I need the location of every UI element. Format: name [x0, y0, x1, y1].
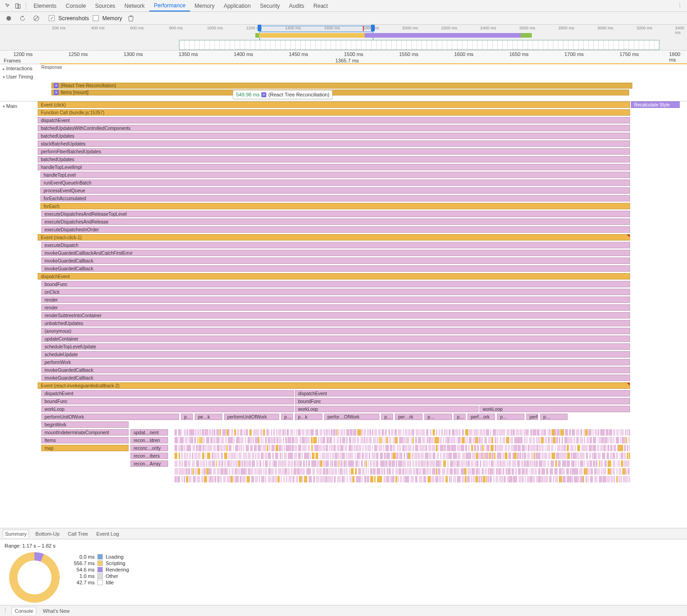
overview-timeline[interactable]: 200 ms 400 ms 600 ms 800 ms 1000 ms 1200…	[0, 25, 687, 50]
time-ruler[interactable]: 1200 ms 1250 ms 1300 ms 1350 ms 1400 ms …	[0, 50, 687, 64]
flame-call[interactable]: per…rk	[395, 414, 422, 420]
drawer-more-icon[interactable]: ⋮	[3, 608, 8, 614]
flame-call[interactable]: workLoop	[295, 406, 479, 412]
flame-recalc-style[interactable]: Recalculate Style	[631, 101, 680, 108]
drawer-tab-whats-new[interactable]: What's New	[40, 607, 72, 615]
flame-event[interactable]: Event (react-click-1)	[38, 234, 630, 241]
tab-call-tree[interactable]: Call Tree	[66, 530, 90, 538]
flame-call[interactable]: batchedUpdates	[38, 133, 630, 139]
flame-call[interactable]: stackBatchedUpdates	[38, 140, 630, 147]
flame-call[interactable]: unbatchedUpdates	[41, 320, 630, 326]
trash-icon[interactable]	[126, 13, 136, 23]
flame-call[interactable]: boundFunc	[295, 398, 630, 404]
more-icon[interactable]: ⋮	[675, 3, 684, 9]
flame-call[interactable]: forEachAccumulated	[40, 195, 630, 202]
tab-sources[interactable]: Sources	[90, 1, 120, 11]
tab-react[interactable]: React	[309, 1, 332, 11]
flame-call[interactable]: boundFunc	[41, 398, 294, 404]
flame-call[interactable]: render	[41, 297, 630, 303]
reload-icon[interactable]	[17, 13, 28, 23]
flame-call[interactable]: processEventQueue	[40, 187, 630, 194]
tab-memory[interactable]: Memory	[190, 1, 219, 11]
tab-performance[interactable]: Performance	[149, 0, 190, 11]
flame-call[interactable]: pe…k	[195, 414, 222, 420]
flame-call[interactable]: performUnitOfWork	[224, 414, 279, 420]
flame-call[interactable]: dispatchEvent	[38, 117, 630, 123]
overview-selection[interactable]	[259, 26, 373, 32]
flame-call[interactable]: dispatchEvent	[41, 390, 294, 397]
memory-checkbox[interactable]	[93, 15, 99, 21]
tab-network[interactable]: Network	[120, 1, 149, 11]
flame-call[interactable]: p…	[424, 414, 452, 420]
flame-function-call[interactable]: Function Call (bundle.js:15357)	[38, 109, 630, 116]
flame-call[interactable]: scheduleUpdate	[41, 351, 630, 358]
user-timing-track-label[interactable]: User Timing	[0, 74, 38, 79]
flame-call[interactable]: invokeGuardedCallback	[41, 375, 630, 381]
tab-console[interactable]: Console	[61, 1, 90, 11]
timing-bar-react-tree-recon[interactable]: ⚛ (React Tree Reconciliation)	[51, 83, 632, 89]
flame-call[interactable]: performFiberBatchedUpdates	[38, 148, 630, 155]
drawer-tab-console[interactable]: Console	[11, 607, 36, 615]
user-timing-track[interactable]	[38, 73, 687, 81]
flame-call[interactable]: p…	[381, 414, 393, 420]
flame-event-click[interactable]: Event (click)	[38, 101, 630, 108]
inspect-icon[interactable]	[3, 1, 13, 11]
flame-call[interactable]: executeDispatch	[41, 242, 630, 248]
main-track-label[interactable]: ▾ Main	[0, 101, 38, 111]
tab-event-log[interactable]: Event Log	[95, 530, 121, 538]
interactions-track[interactable]: Response	[38, 64, 687, 73]
tab-elements[interactable]: Elements	[29, 1, 61, 11]
flame-call[interactable]: executeDispatchesAndRelease	[41, 218, 630, 225]
flame-call[interactable]: p…k	[295, 414, 322, 420]
flame-call[interactable]: perf…ork	[467, 414, 495, 420]
flame-call[interactable]: workLoop	[41, 406, 294, 412]
flame-call[interactable]: batchedUpdatesWithControlledComponents	[38, 125, 630, 131]
flame-call[interactable]: invokeGuardedCallback	[41, 265, 630, 272]
flame-call[interactable]: beginWork	[41, 421, 129, 428]
flame-call[interactable]: perfo…Work	[526, 414, 538, 420]
record-icon[interactable]	[4, 13, 14, 23]
flame-call[interactable]: forEach	[40, 203, 630, 209]
flame-call[interactable]: renderSubtreeIntoContainer	[41, 312, 630, 319]
tab-bottom-up[interactable]: Bottom-Up	[34, 530, 62, 538]
flame-event[interactable]: Event (react-invokeguardedcallback-2)	[38, 382, 630, 389]
flame-call[interactable]: updateContainer	[41, 336, 630, 342]
flame-call[interactable]: performUnitOfWork	[41, 414, 179, 420]
flame-chart[interactable]: Event (click) Recalculate Style Function…	[38, 101, 687, 469]
interactions-track-label[interactable]: Interactions	[0, 66, 38, 71]
flame-call[interactable]: performWork	[41, 359, 630, 365]
flame-dense[interactable]	[41, 429, 630, 484]
flame-call[interactable]: invokeGuardedCallback	[41, 367, 630, 373]
clear-icon[interactable]	[31, 13, 41, 23]
flame-call[interactable]: runEventQueueInBatch	[40, 179, 630, 186]
tab-security[interactable]: Security	[255, 1, 284, 11]
tab-application[interactable]: Application	[219, 1, 255, 11]
flame-call[interactable]: handleTopLevel	[40, 172, 630, 178]
flame-call[interactable]: invokeGuardedCallbackAndCatchFirstError	[41, 250, 630, 256]
flame-call[interactable]: render	[41, 304, 630, 311]
flame-call[interactable]: boundFunc	[41, 281, 630, 287]
flame-call[interactable]: executeDispatchesInOrder	[41, 226, 630, 233]
flame-call[interactable]: p…	[281, 414, 293, 420]
flame-call[interactable]: p…	[181, 414, 193, 420]
device-mode-icon[interactable]	[13, 1, 23, 11]
flame-call[interactable]: invokeGuardedCallback	[41, 258, 630, 264]
flame-call[interactable]: (anonymous)	[41, 328, 630, 334]
long-task-indicator	[626, 234, 630, 238]
flame-call[interactable]: perfor…OfWork	[324, 414, 379, 420]
flame-call[interactable]: scheduleTopLevelUpdate	[41, 343, 630, 350]
flame-call[interactable]: batchedUpdates	[38, 156, 630, 162]
flame-call[interactable]: executeDispatchesAndReleaseTopLevel	[41, 211, 630, 217]
flame-call[interactable]: p…	[540, 414, 568, 420]
screenshots-checkbox[interactable]	[49, 15, 55, 21]
flame-call[interactable]: dispatchEvent	[295, 390, 630, 397]
flame-event[interactable]: dispatchEvent	[38, 273, 630, 280]
flame-call[interactable]: workLoop	[479, 406, 630, 412]
flame-call[interactable]: onClick	[41, 289, 630, 295]
tab-summary[interactable]: Summary	[3, 530, 29, 538]
flame-call[interactable]: p…	[497, 414, 524, 420]
tab-audits[interactable]: Audits	[284, 1, 309, 11]
timing-bar-items-mount[interactable]: ⚛ Items [mount]	[51, 90, 629, 95]
flame-call[interactable]: handleTopLevelImpl	[38, 164, 630, 170]
flame-call[interactable]: p…	[454, 414, 466, 420]
